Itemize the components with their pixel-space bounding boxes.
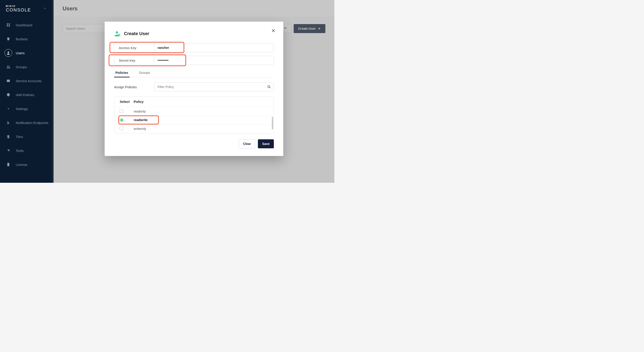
chevron-left-icon xyxy=(43,7,46,10)
policy-row-readonly[interactable]: readonly xyxy=(114,107,274,116)
grid-icon xyxy=(6,23,10,27)
logo-minio: MINIO xyxy=(6,5,31,8)
secret-key-input[interactable] xyxy=(154,56,274,65)
nav-label: License xyxy=(16,163,28,166)
document-icon xyxy=(6,162,10,166)
lambda-icon xyxy=(6,121,10,125)
gear-icon xyxy=(6,107,10,111)
col-select-header: Select xyxy=(120,100,134,104)
nav-label: Notification Endpoints xyxy=(16,121,48,125)
id-card-icon xyxy=(6,79,10,83)
checkbox-readonly[interactable] xyxy=(120,109,123,113)
add-user-icon xyxy=(114,30,121,37)
nav-label: Tiers xyxy=(16,135,23,139)
modal-actions: Clear Save xyxy=(114,139,274,148)
logo-text: MINIO CONSOLE xyxy=(6,5,31,12)
policy-table: Select Policy readonly readwrite xyxy=(114,96,274,134)
sidebar-item-tiers[interactable]: Tiers xyxy=(0,130,54,144)
filter-policy-input[interactable] xyxy=(154,82,274,92)
access-key-input[interactable] xyxy=(154,43,274,52)
logo-console: CONSOLE xyxy=(6,8,31,12)
sidebar-item-service-accounts[interactable]: Service Accounts xyxy=(0,74,54,88)
nav-label: Users xyxy=(16,51,24,55)
sidebar: MINIO CONSOLE Dashboard Buckets Users xyxy=(0,0,54,183)
svg-point-6 xyxy=(8,66,10,67)
button-label: Save xyxy=(262,142,270,146)
sidebar-collapse-button[interactable] xyxy=(42,6,48,12)
tab-groups[interactable]: Groups xyxy=(138,68,152,78)
bucket-icon xyxy=(6,37,10,41)
nav-label: Dashboard xyxy=(16,23,32,27)
svg-rect-0 xyxy=(7,24,8,24)
groups-icon xyxy=(6,65,10,69)
modal-overlay[interactable]: Create User Access Key Secret Key xyxy=(54,0,334,183)
svg-rect-2 xyxy=(7,26,8,26)
tab-policies[interactable]: Policies xyxy=(114,68,130,78)
checkbox-writeonly[interactable] xyxy=(120,127,123,130)
tools-icon xyxy=(6,148,10,152)
clear-button[interactable]: Clear xyxy=(239,139,255,148)
col-policy-header: Policy xyxy=(134,100,268,104)
modal-tabs: Policies Groups xyxy=(114,68,274,78)
access-key-row: Access Key xyxy=(114,43,274,52)
policy-name: writeonly xyxy=(134,127,268,130)
sidebar-item-notification-endpoints[interactable]: Notification Endpoints xyxy=(0,116,54,130)
user-icon xyxy=(6,51,10,55)
sidebar-item-license[interactable]: License xyxy=(0,158,54,172)
sidebar-item-groups[interactable]: Groups xyxy=(0,60,54,74)
assign-policies-row: Assign Policies xyxy=(114,82,274,92)
sidebar-item-buckets[interactable]: Buckets xyxy=(0,32,54,46)
nav-label: Service Accounts xyxy=(16,79,42,83)
sidebar-nav: Dashboard Buckets Users Groups Service A… xyxy=(0,17,54,173)
create-user-modal: Create User Access Key Secret Key xyxy=(105,22,283,156)
search-icon xyxy=(267,85,271,89)
svg-point-5 xyxy=(7,66,8,67)
shield-icon xyxy=(6,93,10,97)
policy-scrollbar[interactable] xyxy=(272,117,273,130)
policy-table-head: Select Policy xyxy=(114,96,274,107)
assign-policies-label: Assign Policies xyxy=(114,85,145,89)
policy-row-writeonly[interactable]: writeonly xyxy=(114,124,274,133)
svg-point-4 xyxy=(8,52,9,53)
checkbox-readwrite[interactable] xyxy=(120,118,123,122)
button-label: Clear xyxy=(243,142,251,146)
svg-point-8 xyxy=(8,80,8,81)
modal-close-button[interactable] xyxy=(271,28,276,34)
policy-name: readonly xyxy=(134,110,268,113)
logo-block: MINIO CONSOLE xyxy=(0,0,54,17)
sidebar-item-tools[interactable]: Tools xyxy=(0,144,54,158)
svg-rect-7 xyxy=(7,80,10,82)
sidebar-item-iam-policies[interactable]: IAM Policies xyxy=(0,88,54,102)
nav-label: Buckets xyxy=(16,37,28,41)
secret-key-row: Secret Key xyxy=(114,56,274,65)
main: Users Add To Group Create User Create U xyxy=(54,0,334,183)
modal-header: Create User xyxy=(114,30,274,37)
nav-label: Settings xyxy=(16,107,28,111)
sidebar-scrollbar[interactable] xyxy=(52,0,54,183)
svg-point-9 xyxy=(8,108,9,110)
nav-label: IAM Policies xyxy=(16,93,34,97)
nav-label: Groups xyxy=(16,65,27,69)
policy-name: readwrite xyxy=(134,118,268,122)
close-icon xyxy=(271,28,276,33)
modal-title: Create User xyxy=(124,31,149,36)
svg-point-14 xyxy=(268,86,270,88)
sidebar-item-dashboard[interactable]: Dashboard xyxy=(0,18,54,32)
policy-row-readwrite[interactable]: readwrite xyxy=(114,116,274,124)
secret-key-label: Secret Key xyxy=(114,56,154,65)
sidebar-item-users[interactable]: Users xyxy=(0,46,54,60)
svg-point-12 xyxy=(116,31,118,34)
svg-rect-1 xyxy=(9,24,10,24)
save-button[interactable]: Save xyxy=(258,139,274,148)
sidebar-item-settings[interactable]: Settings xyxy=(0,102,54,116)
policy-table-body[interactable]: readonly readwrite writeonly xyxy=(114,107,274,133)
layers-icon xyxy=(6,134,10,139)
access-key-label: Access Key xyxy=(114,43,154,52)
nav-label: Tools xyxy=(16,149,24,152)
svg-rect-3 xyxy=(9,26,10,26)
